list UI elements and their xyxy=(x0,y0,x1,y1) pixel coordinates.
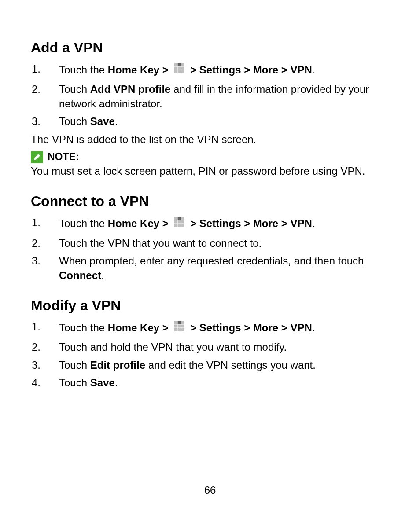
note-body: You must set a lock screen pattern, PIN … xyxy=(31,164,389,178)
step-text: . xyxy=(115,377,118,389)
svg-rect-22 xyxy=(178,324,181,327)
nav-path-bold: Home Key > xyxy=(108,217,172,229)
svg-rect-20 xyxy=(181,321,184,324)
svg-rect-18 xyxy=(174,321,177,324)
list-item: Touch the Home Key > > Settings > More >… xyxy=(31,62,389,79)
result-text: The VPN is added to the list on the VPN … xyxy=(31,132,389,147)
svg-rect-23 xyxy=(181,324,184,327)
svg-rect-24 xyxy=(174,328,177,331)
ui-label-bold: Add VPN profile xyxy=(90,83,171,95)
step-text: Touch and hold the VPN that you want to … xyxy=(59,341,287,353)
step-text: . xyxy=(312,321,315,333)
step-text: . xyxy=(312,217,315,229)
svg-rect-4 xyxy=(178,67,181,70)
step-text: Touch xyxy=(59,115,90,127)
svg-rect-2 xyxy=(181,63,184,66)
step-text: Touch xyxy=(59,377,90,389)
svg-rect-14 xyxy=(181,220,184,224)
list-item: Touch Save. xyxy=(31,376,389,390)
apps-grid-icon xyxy=(173,320,185,336)
svg-rect-5 xyxy=(181,67,184,70)
list-item: Touch Save. xyxy=(31,114,389,128)
svg-rect-7 xyxy=(178,70,181,73)
svg-rect-3 xyxy=(174,67,177,70)
svg-rect-6 xyxy=(174,70,177,73)
connect-vpn-steps: Touch the Home Key > > Settings > More >… xyxy=(31,216,389,283)
ui-label-bold: Connect xyxy=(59,269,101,281)
step-text: and edit the VPN settings you want. xyxy=(145,359,316,371)
svg-rect-21 xyxy=(174,324,177,327)
svg-rect-8 xyxy=(181,70,184,73)
nav-path-bold: > Settings > More > VPN xyxy=(187,64,312,76)
svg-rect-19 xyxy=(178,321,181,324)
svg-rect-17 xyxy=(181,224,184,227)
step-text: Touch the xyxy=(59,217,108,229)
heading-connect-vpn: Connect to a VPN xyxy=(31,193,389,209)
step-text: Touch the xyxy=(59,321,108,333)
svg-rect-16 xyxy=(178,224,181,227)
step-text: . xyxy=(101,269,104,281)
page-number: 66 xyxy=(0,484,420,496)
heading-modify-vpn: Modify a VPN xyxy=(31,297,389,314)
svg-rect-10 xyxy=(178,217,181,220)
svg-rect-11 xyxy=(181,217,184,220)
svg-rect-12 xyxy=(174,220,177,224)
note-header: NOTE: xyxy=(31,151,389,163)
list-item: Touch Edit profile and edit the VPN sett… xyxy=(31,358,389,372)
nav-path-bold: > Settings > More > VPN xyxy=(187,321,312,333)
nav-path-bold: Home Key > xyxy=(108,321,172,333)
svg-rect-0 xyxy=(174,63,177,66)
step-text: Touch xyxy=(59,359,90,371)
list-item: Touch Add VPN profile and fill in the in… xyxy=(31,82,389,111)
step-text: Touch xyxy=(59,83,90,95)
modify-vpn-steps: Touch the Home Key > > Settings > More >… xyxy=(31,320,389,390)
ui-label-bold: Save xyxy=(90,377,115,389)
apps-grid-icon xyxy=(173,216,185,231)
ui-label-bold: Save xyxy=(90,115,115,127)
pencil-icon xyxy=(31,151,43,163)
nav-path-bold: Home Key > xyxy=(108,64,172,76)
step-text: . xyxy=(312,64,315,76)
document-page: Add a VPN Touch the Home Key > > Setting… xyxy=(0,0,420,514)
list-item: Touch the Home Key > > Settings > More >… xyxy=(31,320,389,337)
step-text: . xyxy=(115,115,118,127)
note-label: NOTE: xyxy=(48,151,79,163)
list-item: Touch and hold the VPN that you want to … xyxy=(31,340,389,354)
heading-add-vpn: Add a VPN xyxy=(31,40,389,56)
nav-path-bold: > Settings > More > VPN xyxy=(187,217,312,229)
svg-rect-13 xyxy=(178,220,181,224)
svg-rect-25 xyxy=(178,328,181,331)
ui-label-bold: Edit profile xyxy=(90,359,145,371)
add-vpn-steps: Touch the Home Key > > Settings > More >… xyxy=(31,62,389,129)
list-item: When prompted, enter any requested crede… xyxy=(31,254,389,283)
step-text: When prompted, enter any requested crede… xyxy=(59,255,364,267)
list-item: Touch the VPN that you want to connect t… xyxy=(31,236,389,250)
step-text: Touch the xyxy=(59,64,108,76)
list-item: Touch the Home Key > > Settings > More >… xyxy=(31,216,389,232)
svg-rect-15 xyxy=(174,224,177,227)
step-text: Touch the VPN that you want to connect t… xyxy=(59,237,262,249)
svg-rect-1 xyxy=(178,63,181,66)
svg-rect-26 xyxy=(181,328,184,331)
apps-grid-icon xyxy=(173,62,185,78)
svg-rect-9 xyxy=(174,217,177,220)
